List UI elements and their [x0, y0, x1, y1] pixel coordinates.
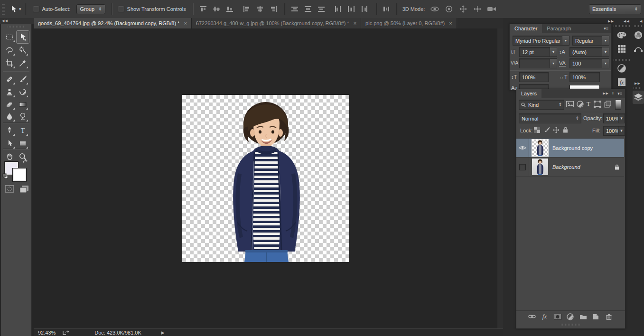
- layer-thumbnail[interactable]: [532, 159, 548, 175]
- dock-gripper[interactable]: [634, 25, 643, 27]
- close-icon[interactable]: ×: [354, 20, 356, 26]
- distribute-left-edges-icon[interactable]: [333, 4, 343, 14]
- swatches-panel-icon[interactable]: [615, 43, 629, 55]
- blend-mode-dropdown[interactable]: Normal ⇕: [519, 113, 581, 123]
- panel-resize-gripper[interactable]: [561, 324, 580, 326]
- align-left-edges-icon[interactable]: [242, 4, 252, 14]
- move-tool-preset-icon[interactable]: [9, 4, 19, 14]
- 3d-panel-icon[interactable]: [633, 29, 644, 41]
- visibility-toggle[interactable]: [516, 158, 529, 176]
- opacity-input[interactable]: 100%: [603, 113, 619, 123]
- horizontal-scale-input[interactable]: 100%: [569, 72, 600, 82]
- distribute-right-edges-icon[interactable]: [359, 4, 370, 14]
- distribute-horizontal-centers-icon[interactable]: [346, 4, 356, 14]
- 3d-pan-icon[interactable]: [458, 4, 468, 14]
- align-bottom-edges-icon[interactable]: [224, 4, 235, 14]
- layer-row-background[interactable]: Background: [516, 158, 624, 177]
- tab-layers[interactable]: Layers: [516, 89, 541, 98]
- background-color-swatch[interactable]: [13, 168, 26, 181]
- preset-dropdown-arrow[interactable]: ▾: [19, 7, 21, 11]
- crop-tool[interactable]: [3, 57, 16, 69]
- lock-pixels-icon[interactable]: [543, 126, 550, 133]
- layer-style-icon[interactable]: fx: [540, 313, 550, 320]
- adjustments-panel-icon[interactable]: [615, 62, 629, 75]
- filter-shape-layers-icon[interactable]: [594, 101, 601, 108]
- document-tab-3[interactable]: pic.png @ 50% (Layer 0, RGB/8#) ×: [361, 18, 457, 28]
- auto-select-target-dropdown[interactable]: Group ⇕: [76, 4, 105, 14]
- layer-name[interactable]: Background: [552, 164, 580, 170]
- font-size-dropdown[interactable]: 12 pt ▾: [519, 47, 557, 57]
- dock-gripper[interactable]: [634, 87, 642, 89]
- workspace-switcher[interactable]: Essentials ⇕: [589, 4, 641, 14]
- align-vertical-centers-icon[interactable]: [211, 4, 222, 14]
- eyedropper-tool[interactable]: [17, 57, 29, 69]
- close-icon[interactable]: ×: [449, 20, 452, 26]
- font-style-dropdown[interactable]: Regular ▾: [572, 36, 609, 46]
- layer-row-background-copy[interactable]: Background copy: [516, 139, 624, 158]
- expand-dock-icon[interactable]: ▶▶: [608, 19, 614, 23]
- link-layers-icon[interactable]: [527, 313, 537, 320]
- layer-filter-dropdown[interactable]: Kind ⇕: [519, 100, 564, 110]
- visibility-toggle[interactable]: [516, 139, 529, 157]
- vertical-scrollbar[interactable]: [497, 28, 504, 328]
- doc-size-info[interactable]: Doc: 423.0K/981.0K: [94, 330, 141, 336]
- path-selection-tool[interactable]: [3, 137, 16, 149]
- document-tab-1[interactable]: goods_69_404764.jpg @ 92.4% (Background …: [34, 18, 192, 28]
- layers-panel-icon[interactable]: [633, 91, 644, 104]
- panel-menu-icon[interactable]: ▾≡: [617, 91, 622, 96]
- pen-tool[interactable]: [3, 124, 16, 137]
- filter-adjustment-layers-icon[interactable]: [577, 101, 584, 108]
- add-layer-mask-icon[interactable]: [553, 313, 562, 320]
- fill-dropdown-button[interactable]: ▾: [618, 126, 625, 136]
- eraser-tool[interactable]: [3, 98, 16, 111]
- tab-character[interactable]: Character: [510, 24, 542, 33]
- filter-toggle-switch[interactable]: [615, 100, 621, 110]
- lock-transparency-icon[interactable]: [533, 126, 541, 133]
- distribute-bottom-edges-icon[interactable]: [316, 4, 327, 14]
- align-top-edges-icon[interactable]: [198, 4, 208, 14]
- lock-all-icon[interactable]: [562, 126, 569, 133]
- paths-panel-icon[interactable]: [633, 43, 644, 55]
- 3d-roll-icon[interactable]: [444, 4, 454, 14]
- hand-tool[interactable]: [3, 150, 16, 163]
- distribute-top-edges-icon[interactable]: [289, 4, 300, 14]
- expand-dock-icon[interactable]: ▶▶: [635, 82, 641, 85]
- filter-type-layers-icon[interactable]: T: [587, 100, 590, 108]
- distribute-spacing-icon[interactable]: [381, 4, 392, 14]
- move-tool[interactable]: [17, 31, 29, 43]
- brush-tool[interactable]: [17, 73, 29, 85]
- layer-thumbnail[interactable]: [532, 140, 548, 156]
- new-group-icon[interactable]: [579, 313, 588, 320]
- rectangular-marquee-tool[interactable]: [3, 31, 16, 43]
- document-canvas[interactable]: [182, 95, 349, 262]
- type-tool[interactable]: T: [17, 124, 29, 137]
- show-transform-controls-checkbox[interactable]: [118, 6, 124, 12]
- tab-paragraph[interactable]: Paragraph: [542, 24, 576, 33]
- 3d-orbit-icon[interactable]: [429, 4, 440, 14]
- expand-panel-icon[interactable]: ▶▶: [603, 92, 609, 95]
- magic-wand-tool[interactable]: [17, 44, 29, 56]
- rectangle-shape-tool[interactable]: [17, 137, 29, 149]
- quick-mask-mode-button[interactable]: [4, 184, 15, 194]
- new-adjustment-layer-icon[interactable]: [566, 313, 575, 320]
- hidden-visibility-checkbox[interactable]: [519, 164, 526, 170]
- 3d-camera-icon[interactable]: [486, 4, 497, 14]
- dock-gripper[interactable]: [614, 25, 630, 27]
- spot-healing-brush-tool[interactable]: [3, 73, 16, 85]
- toolbox-gripper[interactable]: [8, 26, 25, 28]
- blur-tool[interactable]: [3, 110, 16, 122]
- export-arrow-icon[interactable]: [62, 330, 70, 336]
- document-tab-2[interactable]: 672260344.g_400-w_g.jpg @ 100% (Backgrou…: [192, 18, 361, 28]
- default-colors-icon[interactable]: [2, 173, 8, 179]
- align-horizontal-centers-icon[interactable]: [255, 4, 265, 14]
- status-options-arrow[interactable]: ▶: [161, 330, 165, 335]
- swap-colors-icon[interactable]: [22, 159, 28, 165]
- zoom-level[interactable]: 92.43%: [38, 330, 56, 336]
- close-icon[interactable]: ×: [184, 20, 187, 26]
- align-right-edges-icon[interactable]: [268, 4, 279, 14]
- styles-panel-icon[interactable]: fx: [615, 76, 629, 88]
- screen-mode-button[interactable]: [18, 184, 30, 194]
- filter-pixel-layers-icon[interactable]: [566, 101, 574, 107]
- filter-smart-objects-icon[interactable]: [604, 101, 611, 108]
- layer-name[interactable]: Background copy: [552, 145, 593, 151]
